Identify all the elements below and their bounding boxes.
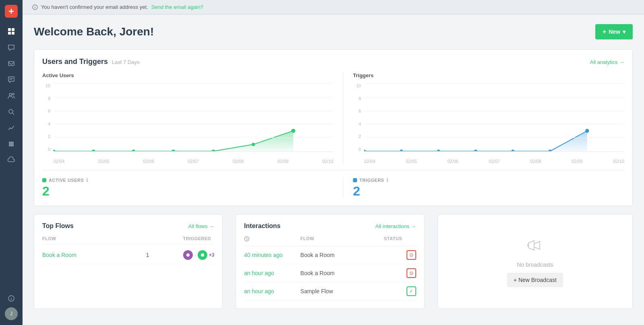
interactions-title: Interactions [244, 222, 281, 230]
svg-point-37 [186, 253, 190, 257]
send-email-link[interactable]: Send the email again? [151, 4, 203, 10]
svg-rect-5 [12, 32, 14, 35]
page-body: Welcome Back, Joren! + New ▾ Users and T… [23, 14, 644, 325]
cloud-icon[interactable] [4, 153, 19, 167]
time-3[interactable]: an hour ago [244, 288, 300, 294]
triggers-stat-label: TRIGGERS [359, 178, 384, 183]
active-users-info-icon[interactable]: ℹ [86, 177, 88, 183]
status-col-header: STATUS [384, 236, 416, 243]
flow-3: Sample Flow [300, 288, 384, 294]
triggers-grid [364, 83, 624, 151]
svg-rect-4 [8, 32, 11, 35]
triggers-chart-area [364, 83, 624, 152]
flow-col-header-interactions: FLOW [300, 236, 384, 243]
time-1[interactable]: 40 minutes ago [244, 252, 300, 258]
all-analytics-link[interactable]: All analytics → [590, 59, 624, 65]
flow-icon-1 [183, 250, 193, 260]
triggers-info-icon[interactable]: ℹ [386, 177, 388, 183]
interaction-row-1: 40 minutes ago Book a Room ⊙ [244, 246, 416, 264]
active-users-chart: 10 8 6 4 2 0 [42, 83, 333, 164]
analytics-card-title: Users and Triggers [42, 58, 108, 66]
active-users-stat-label: ACTIVE USERS [49, 178, 84, 183]
active-users-chart-area [54, 83, 333, 152]
users-icon[interactable] [4, 88, 19, 103]
interaction-row-3: an hour ago Sample Flow ✓ [244, 282, 416, 300]
top-flows-header: Top Flows All flows → [42, 222, 214, 230]
active-users-label: Active Users [42, 72, 333, 78]
svg-point-16 [9, 145, 10, 146]
flow-icons: › +3 [183, 250, 215, 260]
active-users-yaxis: 10 8 6 4 2 0 [42, 83, 50, 152]
banner-text: You haven't confirmed your email address… [41, 4, 148, 10]
svg-point-14 [10, 143, 12, 145]
status-error-icon-1: ⊙ [407, 250, 416, 260]
svg-point-38 [201, 253, 204, 257]
app-logo[interactable] [5, 5, 18, 18]
triggers-chart: 10 8 6 4 2 0 [353, 83, 624, 164]
triggers-xaxis: 02/04 02/05 02/06 02/07 02/08 02/09 02/1… [364, 159, 624, 164]
top-flows-title: Top Flows [42, 222, 74, 230]
chevron-down-icon: ▾ [623, 29, 625, 35]
new-button[interactable]: + New ▾ [595, 24, 633, 39]
comment-icon[interactable] [4, 72, 19, 87]
apps-icon[interactable] [4, 137, 19, 151]
flow-name[interactable]: Book a Room [42, 252, 141, 258]
active-users-value: 2 [42, 185, 333, 197]
triggers-badge [353, 178, 357, 182]
svg-point-12 [12, 142, 14, 143]
svg-point-8 [12, 93, 14, 95]
active-users-stat: ACTIVE USERS ℹ 2 [42, 177, 333, 197]
svg-point-10 [9, 142, 10, 143]
broadcasts-card: No broadcasts + New Broadcast [438, 214, 633, 309]
status-2: ⊙ [384, 268, 416, 278]
svg-point-7 [9, 93, 12, 96]
flow-2: Book a Room [300, 270, 384, 276]
analytics-subtitle: Last 7 Days [112, 59, 140, 65]
svg-point-11 [10, 142, 12, 143]
all-flows-link[interactable]: All flows → [188, 223, 214, 229]
triggers-value: 2 [353, 185, 624, 197]
flow-1: Book a Room [300, 252, 384, 258]
triggered-col-header: TRIGGERED [183, 236, 211, 241]
charts-grid: Active Users 10 8 6 4 2 0 [42, 72, 624, 164]
broadcasts-empty-text: No broadcasts [517, 261, 553, 268]
message-icon[interactable] [4, 56, 19, 71]
time-2[interactable]: an hour ago [244, 270, 300, 276]
svg-rect-6 [8, 62, 14, 66]
svg-point-13 [9, 143, 10, 145]
flow-col-header: FLOW [42, 236, 180, 241]
svg-rect-3 [12, 28, 14, 31]
email-confirmation-banner: You haven't confirmed your email address… [23, 0, 644, 14]
broadcasts-icon [525, 236, 545, 257]
svg-point-9 [9, 109, 13, 113]
info-bottom-icon[interactable] [4, 291, 19, 306]
page-title: Welcome Back, Joren! [34, 25, 154, 38]
svg-rect-2 [8, 28, 11, 31]
new-broadcast-button[interactable]: + New Broadcast [507, 273, 563, 287]
active-users-badge [42, 178, 46, 182]
active-users-xaxis: 02/04 02/05 02/06 02/07 02/08 02/09 02/1… [54, 159, 333, 164]
svg-point-15 [12, 143, 14, 145]
flow-more: +3 [209, 252, 215, 258]
all-interactions-link[interactable]: All interactions → [376, 223, 416, 229]
flow-triggered: 1 [146, 252, 178, 258]
status-error-icon-2: ⊙ [407, 268, 416, 278]
dashboard-icon[interactable] [4, 24, 19, 39]
chat-icon[interactable] [4, 40, 19, 55]
flow-row: Book a Room 1 › +3 [42, 246, 214, 264]
triggers-stat: TRIGGERS ℹ 2 [343, 177, 624, 197]
new-button-label: New [609, 29, 620, 35]
triggers-yaxis: 10 8 6 4 2 0 [353, 83, 361, 152]
interactions-header-row: Interactions All interactions → [244, 222, 416, 230]
analytics-icon[interactable] [4, 121, 19, 135]
main-content: You haven't confirmed your email address… [23, 0, 644, 325]
search-icon[interactable] [4, 105, 19, 119]
time-col-header [244, 236, 300, 243]
svg-point-17 [10, 145, 12, 146]
sidebar: J [0, 0, 23, 325]
page-header: Welcome Back, Joren! + New ▾ [34, 24, 633, 39]
avatar[interactable]: J [5, 307, 18, 320]
status-success-icon: ✓ [407, 286, 416, 296]
plus-icon: + [603, 28, 606, 35]
analytics-card: Users and Triggers Last 7 Days All analy… [34, 49, 633, 206]
